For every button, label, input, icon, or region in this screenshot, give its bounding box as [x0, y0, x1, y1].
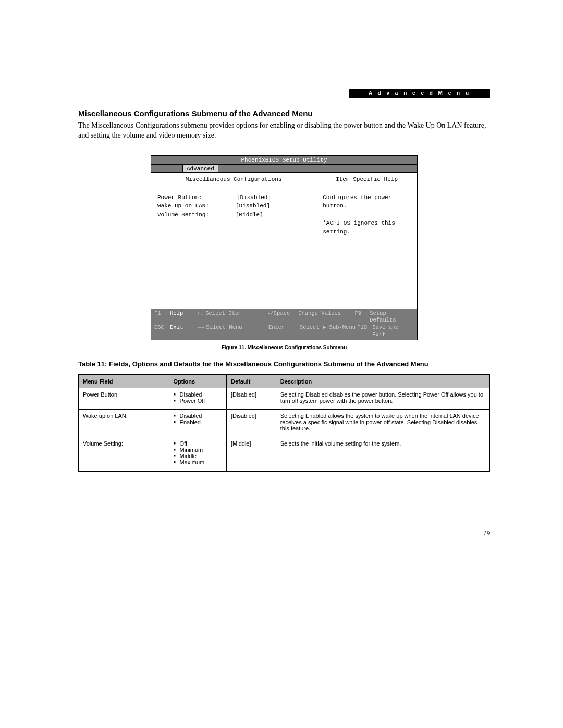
bios-help-line: Configures the power — [323, 193, 411, 202]
bios-key-label: Select Menu — [206, 324, 242, 331]
bios-setting-row[interactable]: Volume Setting: [Middle] — [157, 211, 310, 219]
th-options: Options — [169, 375, 226, 388]
bios-key-label: Exit — [170, 324, 196, 331]
cell-field: Wake up on LAN: — [79, 409, 169, 437]
arrows-icon: ←→ — [198, 324, 206, 331]
cell-field: Volume Setting: — [79, 437, 169, 471]
bios-key: Enter — [268, 324, 300, 331]
cell-default: [Disabled] — [227, 409, 276, 437]
bios-tab-advanced[interactable]: Advanced — [182, 165, 218, 172]
bios-key-label: Save and Exit — [372, 324, 414, 338]
cell-desc: Selecting Disabled disables the power bu… — [276, 388, 489, 409]
th-field: Menu Field — [79, 375, 169, 388]
page-number: 19 — [78, 529, 490, 537]
bios-setting-label: Wake up on LAN: — [157, 202, 236, 211]
table-row: Power Button: Disabled Power Off [Disabl… — [79, 388, 490, 409]
table-row: Volume Setting: Off Minimum Middle Maxim… — [79, 437, 490, 471]
header-tag: A d v a n c e d M e n u — [349, 89, 490, 98]
cell-options: Off Minimum Middle Maximum — [169, 437, 226, 471]
bios-right-pane: Item Specific Help Configures the power … — [316, 173, 417, 309]
bios-key: F9 — [354, 310, 370, 317]
figure-caption: Figure 11. Miscellaneous Configurations … — [78, 344, 490, 350]
cell-default: [Disabled] — [227, 388, 276, 409]
bios-setting-value[interactable]: [Disabled] — [236, 202, 270, 211]
cell-default: [Middle] — [227, 437, 276, 471]
bios-setting-value[interactable]: [Disabled] — [236, 194, 272, 201]
bios-key: F1 — [154, 310, 170, 317]
bios-setting-label: Power Button: — [157, 193, 236, 202]
bios-key: F10 — [357, 324, 372, 331]
bios-help-line — [323, 211, 411, 219]
arrows-icon: ↑↓ — [197, 310, 206, 317]
table-title: Table 11: Fields, Options and Defaults f… — [78, 360, 490, 369]
cell-desc: Selects the initial volume setting for t… — [276, 437, 489, 471]
opt-item: Disabled — [174, 391, 222, 398]
th-default: Default — [227, 375, 276, 388]
bios-key-label: Select Item — [205, 310, 241, 317]
opt-item: Disabled — [174, 413, 222, 419]
bios-setting-value[interactable]: [Middle] — [236, 211, 263, 219]
section-intro: The Miscellaneous Configurations submenu… — [78, 121, 490, 141]
spec-table: Menu Field Options Default Description P… — [78, 374, 490, 472]
bios-tab-row: Advanced — [151, 165, 417, 173]
bios-figure: PhoenixBIOS Setup Utility Advanced Misce… — [151, 155, 418, 341]
bios-key-label: Select ▶ Sub-Menu — [300, 324, 356, 331]
opt-item: Minimum — [174, 447, 222, 453]
bios-right-title: Item Specific Help — [316, 173, 417, 186]
opt-item: Power Off — [174, 398, 222, 404]
bios-help-line: setting. — [323, 228, 411, 237]
bios-setting-row[interactable]: Wake up on LAN: [Disabled] — [157, 202, 310, 211]
bios-left-title: Miscellaneous Configurations — [151, 173, 316, 186]
cell-field: Power Button: — [79, 388, 169, 409]
cell-desc: Selecting Enabled allows the system to w… — [276, 409, 489, 437]
bios-key-label: Change Values — [298, 310, 341, 317]
table-row: Wake up on LAN: Disabled Enabled [Disabl… — [79, 409, 490, 437]
bios-key-label: Help — [170, 310, 196, 317]
bios-key: ESC — [154, 324, 170, 331]
bios-left-pane: Miscellaneous Configurations Power Butto… — [151, 173, 316, 309]
cell-options: Disabled Power Off — [169, 388, 226, 409]
bios-key: -/Space — [267, 310, 298, 317]
opt-item: Enabled — [174, 419, 222, 425]
th-desc: Description — [276, 375, 489, 388]
bios-setting-label: Volume Setting: — [157, 211, 236, 219]
bios-footer: F1Help ↑↓Select Item -/SpaceChange Value… — [151, 309, 417, 340]
opt-item: Off — [174, 440, 222, 447]
opt-item: Maximum — [174, 459, 222, 465]
bios-key-label: Setup Defaults — [370, 310, 414, 324]
opt-item: Middle — [174, 453, 222, 459]
bios-setting-row[interactable]: Power Button: [Disabled] — [157, 193, 310, 202]
bios-help-line: *ACPI OS ignores this — [323, 219, 411, 228]
bios-help-body: Configures the power button. *ACPI OS ig… — [316, 186, 417, 309]
bios-help-line: button. — [323, 202, 411, 211]
section-title: Miscellaneous Configurations Submenu of … — [78, 109, 490, 118]
bios-title: PhoenixBIOS Setup Utility — [151, 156, 417, 165]
cell-options: Disabled Enabled — [169, 409, 226, 437]
